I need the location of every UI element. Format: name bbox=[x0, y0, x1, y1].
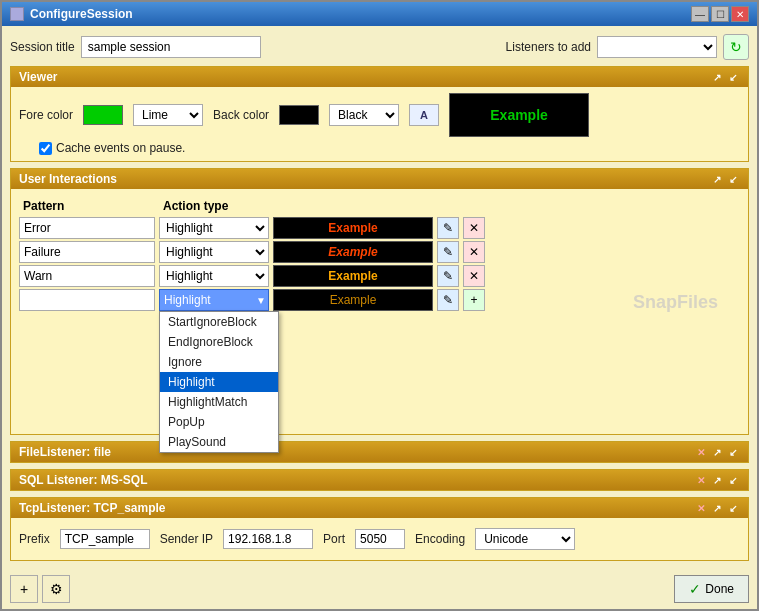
tcp-expand-icon[interactable]: ↗ bbox=[710, 501, 724, 515]
tcp-listener-header: TcpListener: TCP_sample ✕ ↗ ↙ bbox=[11, 498, 748, 518]
add-new-row[interactable]: + bbox=[463, 289, 485, 311]
dropdown-item-ignore[interactable]: Ignore bbox=[160, 352, 278, 372]
dropdown-item-endignoreblock[interactable]: EndIgnoreBlock bbox=[160, 332, 278, 352]
viewer-header: Viewer ↗ ↙ bbox=[11, 67, 748, 87]
top-row: Session title Listeners to add ↻ bbox=[10, 34, 749, 60]
new-pattern-input[interactable] bbox=[19, 289, 155, 311]
encoding-dropdown[interactable]: Unicode UTF-8 ASCII bbox=[475, 528, 575, 550]
action-dropdown-warn[interactable]: Highlight bbox=[159, 265, 269, 287]
sender-ip-input[interactable] bbox=[223, 529, 313, 549]
prefix-row: Prefix Sender IP Port Encoding Unicode U… bbox=[19, 524, 740, 554]
delete-row-warn[interactable]: ✕ bbox=[463, 265, 485, 287]
add-button[interactable]: + bbox=[10, 575, 38, 603]
listeners-dropdown[interactable] bbox=[597, 36, 717, 58]
delete-row-error[interactable]: ✕ bbox=[463, 217, 485, 239]
dropdown-item-highlightmatch[interactable]: HighlightMatch bbox=[160, 392, 278, 412]
example-error: Example bbox=[273, 217, 433, 239]
tcp-collapse-icon[interactable]: ↙ bbox=[726, 501, 740, 515]
new-action-dropdown-trigger[interactable]: Highlight ▼ bbox=[159, 289, 269, 311]
viewer-collapse-icon[interactable]: ↙ bbox=[726, 70, 740, 84]
dropdown-item-popup[interactable]: PopUp bbox=[160, 412, 278, 432]
tcp-remove-icon[interactable]: ✕ bbox=[694, 501, 708, 515]
tcp-listener-section: TcpListener: TCP_sample ✕ ↗ ↙ Prefix Sen… bbox=[10, 497, 749, 561]
session-title-label: Session title bbox=[10, 40, 75, 54]
add-icon: + bbox=[20, 581, 28, 597]
new-example: Example bbox=[273, 289, 433, 311]
new-example-text: Example bbox=[330, 293, 377, 307]
table-row: Highlight Example ✎ ✕ bbox=[19, 241, 740, 263]
sql-header-icons: ✕ ↗ ↙ bbox=[694, 473, 740, 487]
restore-button[interactable]: ☐ bbox=[711, 6, 729, 22]
title-bar-buttons: — ☐ ✕ bbox=[691, 6, 749, 22]
done-check-icon: ✓ bbox=[689, 581, 701, 597]
title-bar: ConfigureSession — ☐ ✕ bbox=[2, 2, 757, 26]
cache-row: Cache events on pause. bbox=[19, 141, 740, 155]
settings-button[interactable]: ⚙ bbox=[42, 575, 70, 603]
user-interactions-section: User Interactions ↗ ↙ Pattern Action typ… bbox=[10, 168, 749, 435]
bottom-left-buttons: + ⚙ bbox=[10, 575, 70, 603]
sql-expand-icon[interactable]: ↗ bbox=[710, 473, 724, 487]
file-listener-title: FileListener: file bbox=[19, 445, 111, 459]
prefix-label: Prefix bbox=[19, 532, 50, 546]
ui-table-header: Pattern Action type bbox=[19, 195, 740, 217]
user-interactions-title: User Interactions bbox=[19, 172, 117, 186]
col-action-header: Action type bbox=[159, 197, 289, 215]
action-dropdown-failure[interactable]: Highlight bbox=[159, 241, 269, 263]
settings-icon: ⚙ bbox=[50, 581, 63, 597]
file-listener-header: FileListener: file ✕ ↗ ↙ bbox=[11, 442, 748, 462]
dropdown-item-startignoreblock[interactable]: StartIgnoreBlock bbox=[160, 312, 278, 332]
dropdown-item-playsound[interactable]: PlaySound bbox=[160, 432, 278, 452]
ui-collapse-icon[interactable]: ↙ bbox=[726, 172, 740, 186]
sql-collapse-icon[interactable]: ↙ bbox=[726, 473, 740, 487]
example-failure: Example bbox=[273, 241, 433, 263]
main-window: ConfigureSession — ☐ ✕ Session title Lis… bbox=[0, 0, 759, 611]
fore-color-box[interactable] bbox=[83, 105, 123, 125]
viewer-colors-row: Fore color Lime Back color Black A Examp… bbox=[19, 93, 740, 137]
edit-new-row[interactable]: ✎ bbox=[437, 289, 459, 311]
dropdown-item-highlight[interactable]: Highlight bbox=[160, 372, 278, 392]
viewer-expand-icon[interactable]: ↗ bbox=[710, 70, 724, 84]
done-button[interactable]: ✓ Done bbox=[674, 575, 749, 603]
edit-row-warn[interactable]: ✎ bbox=[437, 265, 459, 287]
prefix-input[interactable] bbox=[60, 529, 150, 549]
minimize-button[interactable]: — bbox=[691, 6, 709, 22]
file-expand-icon[interactable]: ↗ bbox=[710, 445, 724, 459]
file-listener-section: FileListener: file ✕ ↗ ↙ bbox=[10, 441, 749, 463]
viewer-header-icons: ↗ ↙ bbox=[710, 70, 740, 84]
pattern-input-warn[interactable] bbox=[19, 265, 155, 287]
back-color-box[interactable] bbox=[279, 105, 319, 125]
file-header-icons: ✕ ↗ ↙ bbox=[694, 445, 740, 459]
back-color-dropdown[interactable]: Black bbox=[329, 104, 399, 126]
new-row: Highlight ▼ StartIgnoreBlock EndIgnoreBl… bbox=[19, 289, 740, 311]
fore-color-label: Fore color bbox=[19, 108, 73, 122]
session-title-input[interactable] bbox=[81, 36, 261, 58]
done-label: Done bbox=[705, 582, 734, 596]
cache-checkbox[interactable] bbox=[39, 142, 52, 155]
ui-expand-icon[interactable]: ↗ bbox=[710, 172, 724, 186]
sql-remove-icon[interactable]: ✕ bbox=[694, 473, 708, 487]
action-dropdown-error[interactable]: Highlight bbox=[159, 217, 269, 239]
app-icon bbox=[10, 7, 24, 21]
refresh-button[interactable]: ↻ bbox=[723, 34, 749, 60]
close-button[interactable]: ✕ bbox=[731, 6, 749, 22]
file-remove-icon[interactable]: ✕ bbox=[694, 445, 708, 459]
pattern-input-error[interactable] bbox=[19, 217, 155, 239]
edit-row-failure[interactable]: ✎ bbox=[437, 241, 459, 263]
tcp-listener-title: TcpListener: TCP_sample bbox=[19, 501, 165, 515]
file-collapse-icon[interactable]: ↙ bbox=[726, 445, 740, 459]
dropdown-arrow-icon: ▼ bbox=[256, 295, 268, 306]
encoding-label: Encoding bbox=[415, 532, 465, 546]
delete-row-failure[interactable]: ✕ bbox=[463, 241, 485, 263]
edit-row-error[interactable]: ✎ bbox=[437, 217, 459, 239]
pattern-input-failure[interactable] bbox=[19, 241, 155, 263]
font-button[interactable]: A bbox=[409, 104, 439, 126]
example-warn: Example bbox=[273, 265, 433, 287]
tcp-header-icons: ✕ ↗ ↙ bbox=[694, 501, 740, 515]
table-row: Highlight Example ✎ ✕ bbox=[19, 265, 740, 287]
action-dropdown-menu: StartIgnoreBlock EndIgnoreBlock Ignore H… bbox=[159, 311, 279, 453]
back-color-label: Back color bbox=[213, 108, 269, 122]
port-label: Port bbox=[323, 532, 345, 546]
cache-label: Cache events on pause. bbox=[56, 141, 185, 155]
port-input[interactable] bbox=[355, 529, 405, 549]
fore-color-dropdown[interactable]: Lime bbox=[133, 104, 203, 126]
